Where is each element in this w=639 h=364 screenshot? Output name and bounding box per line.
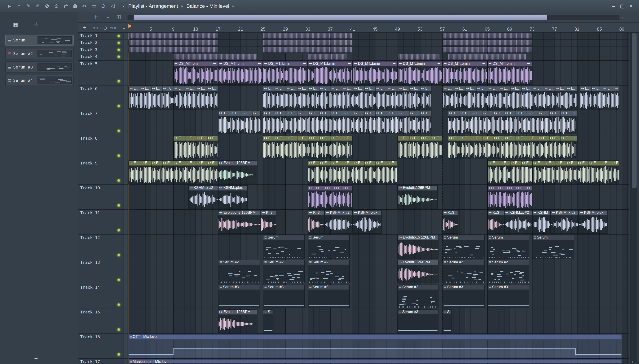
pointer-tool-icon[interactable]: ✛ [94, 14, 98, 20]
track-options-dots[interactable]: ... [82, 302, 86, 307]
track-options-dots[interactable]: ... [82, 278, 86, 282]
clip-header[interactable]: ↦ Evoluti..126BPM [219, 161, 257, 166]
clip-header[interactable]: ↦ Evolutio..5 126BPM [398, 236, 438, 240]
clip-header[interactable]: ≣Serum #2 [488, 260, 529, 265]
clip-header[interactable]: ↦ E..↦ E..↦ E..↦ E..↦ E..↦ E..↦ E..↦ E.. [129, 161, 218, 166]
track-lane[interactable] [128, 309, 629, 334]
track-lane[interactable] [128, 284, 629, 309]
automation-clip[interactable]: ∞OTT - Mix level [128, 334, 622, 358]
breadcrumb-playlist[interactable]: Playlist - Arrangement [128, 3, 178, 9]
track-header[interactable]: Track 3 [78, 46, 128, 53]
clip-header[interactable]: ↦ L..↦ L..↦ L..↦ L..↦ L..↦ L..↦ L..↦ L..… [263, 86, 431, 91]
clip-header[interactable]: ↦ DS_MT..bmin↦ [263, 62, 307, 66]
pattern-clip[interactable]: ≣S [263, 310, 273, 333]
audio-clip[interactable]: ↦ T..↦ T..↦ T..↦ T.. [218, 111, 261, 134]
pattern-dim-icon[interactable]: ✛ [34, 21, 39, 28]
track-resize-grip[interactable] [123, 46, 128, 53]
track-resize-grip[interactable] [123, 54, 128, 60]
step-toggle[interactable] [104, 26, 107, 30]
clip-header[interactable]: ≣Serum #2 [263, 260, 305, 265]
stem-clip[interactable] [173, 54, 257, 60]
audio-clip[interactable]: ↦ E..↦ E..↦ E..↦ E.. [487, 160, 532, 184]
audio-clip[interactable]: ↦ T..↦ T..↦ T..↦ T..↦ T..↦ T..↦ T..↦ T..… [263, 111, 431, 134]
audio-clip[interactable]: ↦ T..↦ T..↦ T..↦ T..↦ T..↦ T..↦ T..↦ T..… [448, 111, 577, 134]
audio-clip[interactable]: ↦ DS_MT..bmin↦ [218, 61, 263, 85]
audio-clip[interactable]: ↦ DS_MT..bmin↦ [353, 61, 397, 85]
clip-header[interactable]: ↦ DS_MT..bmin↦ [308, 62, 352, 66]
track-options-dots[interactable]: ... [82, 178, 86, 183]
clip-header[interactable]: ↦ E..↦ E..↦ E..↦ E..↦ E..↦ E..↦ E..↦ E.. [308, 161, 397, 166]
audio-clip[interactable]: ↦ Evoluti..126BPM [398, 260, 438, 284]
pattern-clip[interactable]: ≣Serum [532, 235, 574, 259]
clip-header[interactable]: ↦ L..↦ L..↦ L..↦ L..↦ L..↦ L..↦ L..↦ L..… [443, 86, 577, 91]
pattern-clip[interactable]: ≣Serum #2 [487, 260, 529, 284]
clip-header[interactable]: ≣Serum #2 [443, 260, 484, 265]
track-header[interactable]: Track 5... [78, 61, 128, 86]
close-button[interactable]: ✕ [627, 0, 636, 12]
clip-header[interactable]: ∞OTT - Mix level [129, 335, 621, 340]
track-mute-led[interactable] [117, 229, 120, 232]
audio-clip[interactable]: ↦ DS_MT..bmin↦ [263, 61, 308, 85]
track-mute-led[interactable] [117, 41, 120, 44]
clip-header[interactable]: ≣S [443, 310, 451, 315]
maximize-button[interactable]: ▢ [618, 0, 626, 12]
track-resize-grip[interactable] [123, 40, 128, 46]
track-options-dots[interactable]: ... [82, 228, 86, 232]
audio-clip[interactable]: ↦ Evolutio..5 126BPM [398, 235, 438, 259]
clip-header[interactable] [488, 186, 532, 191]
track-header[interactable]: Track 2 [78, 40, 128, 46]
playhead-flag[interactable] [128, 24, 132, 28]
audio-clip[interactable]: ↦ K..3 [442, 210, 458, 234]
clip-header[interactable]: ↦ E..↦ E..↦ E..↦ E..↦ E..↦ E..↦ E..↦ E.. [532, 161, 618, 166]
track-options-dots[interactable]: ... [82, 79, 86, 83]
track-header[interactable]: Track 13... [78, 259, 128, 284]
track-resize-grip[interactable] [123, 259, 128, 284]
audio-clip[interactable]: ↦ KSHM..x #2 [551, 210, 579, 234]
clip-header[interactable]: ↦ K..3 [443, 210, 458, 216]
track-header[interactable]: Track 16... [78, 334, 128, 359]
audio-clip[interactable]: ↦ DS_MT..bmin↦ [308, 61, 353, 85]
pattern-item[interactable]: ≣Serum #4 [5, 75, 74, 86]
pattern-clip[interactable]: ≣S [442, 310, 451, 333]
clip-header[interactable]: ↦ DS_MT..bmin↦ [398, 62, 442, 66]
track-resize-grip[interactable] [123, 160, 128, 184]
automation-clip[interactable]: ∞Manipulator - Mix level [128, 359, 622, 363]
clip-header[interactable]: ↦ Evoluti..126BPM [398, 260, 438, 265]
clip-header[interactable]: ↦ E..↦ E..↦ E..↦ E.. [173, 136, 218, 141]
clip-header[interactable]: ↦ KSHM..plex [353, 210, 381, 216]
track-mute-led[interactable] [117, 278, 120, 281]
track-mute-led[interactable] [117, 328, 120, 331]
audio-clip[interactable]: ↦ K..3 [261, 210, 276, 234]
delete-tool-icon[interactable]: ⊘ [42, 0, 52, 12]
clip-header[interactable]: ≣Serum #3 [308, 285, 350, 290]
clip-header[interactable]: ↦ T..↦ T..↦ T..↦ T.. [219, 111, 260, 116]
pattern-clip[interactable]: ≣Serum #3 [218, 285, 260, 308]
select-tool-icon[interactable]: ▭ [89, 0, 99, 12]
clip-header[interactable]: ↦ DS_MT..bmin↦ [173, 62, 218, 66]
stem-clip[interactable] [442, 40, 532, 46]
track-options-dots[interactable]: ... [82, 128, 86, 133]
clip-header[interactable]: ≣S [263, 310, 273, 315]
stem-clip[interactable] [128, 33, 218, 39]
clip-header[interactable]: ↦ E..↦ E..↦ E..↦ E..↦ E..↦ E..↦ E..↦ E..… [448, 136, 577, 141]
clip-header[interactable]: ↦ E..↦ E..↦ E..↦ E.. [398, 136, 442, 141]
pattern-clip[interactable]: ≣Serum #3 [398, 310, 438, 333]
add-pattern-button[interactable]: + [34, 355, 38, 362]
clip-header[interactable]: ↦ E..↦ E..↦ E..↦ E.. [488, 161, 532, 166]
track-header[interactable]: Track 8... [78, 135, 128, 160]
track-mute-led[interactable] [117, 130, 120, 132]
view-options-icon[interactable]: ▥ [117, 14, 121, 20]
audio-clip[interactable]: ↦ KSHM..plex [353, 210, 382, 234]
track-mute-led[interactable] [117, 254, 120, 256]
clip-header[interactable]: ↦ Evoluti..126BPM [219, 310, 257, 315]
track-header[interactable]: Track 9... [78, 160, 128, 185]
clip-header[interactable]: ↦ DS_MT..bmin↦ [219, 62, 263, 66]
audio-clip[interactable]: ↦ L..↦ L..↦ L..↦ L..↦ L..↦ L..↦ L..↦ L..… [263, 86, 431, 110]
audio-clip[interactable]: ↦ KSHM..x #2 [325, 210, 353, 234]
track-resize-grip[interactable] [123, 284, 128, 308]
audio-clip[interactable]: ↦ E..↦ E..↦ E..↦ E..↦ E..↦ E..↦ E..↦ E.. [128, 160, 218, 184]
audio-clip[interactable]: ↦ K..3 [308, 210, 325, 234]
clip-header[interactable]: ≣Serum [488, 236, 529, 240]
clip-header[interactable]: ≣Serum #3 [263, 285, 305, 290]
audio-clip[interactable]: ↦ E..↦ E..↦ E..↦ E..↦ E..↦ E..↦ E..↦ E.. [532, 160, 619, 184]
